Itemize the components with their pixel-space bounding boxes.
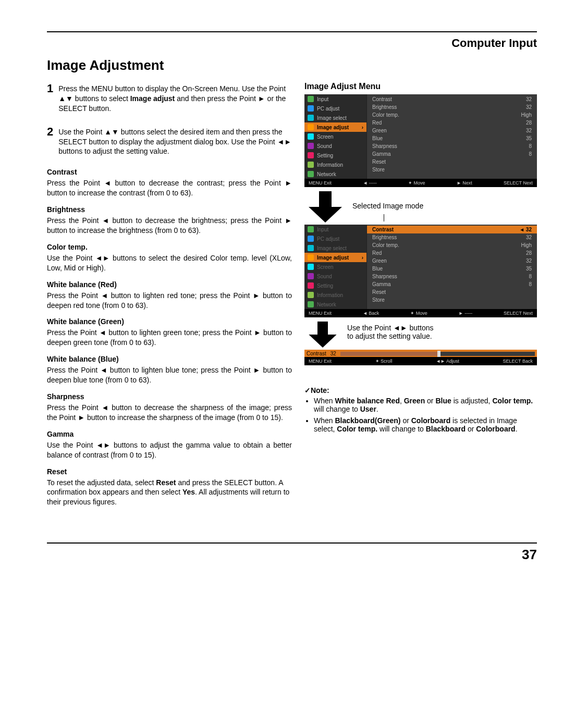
osd-property-row: Blue35	[367, 265, 537, 273]
property-value: 32	[526, 96, 532, 102]
osd-property-row: Green32	[367, 127, 537, 134]
menu-icon	[308, 162, 314, 168]
osd-menu-item: Image adjust›	[304, 253, 366, 262]
menu-label: Image select	[317, 245, 347, 251]
osd-menu-item: Network	[304, 300, 366, 309]
item-heading: Reset	[47, 467, 292, 476]
menu-label: Screen	[317, 264, 334, 270]
item-desc: Press the Point ◄ button to lighten red …	[47, 291, 292, 311]
osd-bar-hint: SELECT Next	[504, 311, 533, 316]
item-desc: Press the Point ◄ button to lighten blue…	[47, 365, 292, 385]
osd-bar-hint: MENU Exit	[309, 180, 332, 186]
menu-label: Input	[317, 227, 328, 232]
osd-screenshot-2: InputPC adjustImage selectImage adjust›S…	[304, 225, 537, 317]
chevron-icon: ›	[362, 125, 363, 130]
step-number: 1	[47, 82, 53, 118]
osd-menu-item: Image adjust›	[304, 122, 366, 132]
item-heading: Brightness	[47, 205, 292, 214]
property-key: Brightness	[372, 235, 397, 240]
item-heading: White balance (Green)	[47, 317, 292, 326]
menu-label: PC adjust	[317, 236, 339, 242]
menu-icon	[308, 171, 314, 177]
osd-menu-item: PC adjust	[304, 104, 366, 113]
item-heading: White balance (Red)	[47, 280, 292, 289]
item-heading: Sharpness	[47, 392, 292, 401]
osd-bar-hint: ► Next	[457, 180, 472, 186]
menu-icon	[308, 254, 314, 261]
item-desc: Use the Point ◄► buttons to select the d…	[47, 253, 292, 273]
menu-label: Image adjust	[317, 255, 349, 261]
osd-property-row: Green32	[367, 257, 537, 265]
property-value: 35	[526, 135, 532, 141]
notes-list: When White balance Red, Green or Blue is…	[304, 397, 537, 433]
slider-value: 32	[331, 351, 336, 356]
osd-property-row: Store	[367, 296, 537, 304]
osd-property-row: Brightness32	[367, 233, 537, 241]
property-value: 35	[526, 266, 532, 272]
property-value: 32	[526, 128, 532, 133]
item-desc: To reset the adjusted data, select Reset…	[47, 478, 292, 508]
instructions-column: 1Press the MENU button to display the On…	[47, 82, 292, 511]
illustration-column: Image Adjust Menu InputPC adjustImage se…	[304, 82, 537, 511]
osd-menu-item: Input	[304, 225, 366, 234]
property-value: 32	[526, 258, 532, 264]
image-adjust-menu-heading: Image Adjust Menu	[304, 82, 537, 91]
adjust-hint-caption: Use the Point ◄► buttons to adjust the s…	[347, 322, 441, 340]
osd-menu-item: Setting	[304, 151, 366, 160]
menu-icon	[308, 152, 314, 158]
menu-icon	[308, 133, 314, 140]
osd-property-row: Reset	[367, 158, 537, 166]
menu-icon	[308, 226, 314, 232]
osd-property-row: Reset	[367, 288, 537, 296]
osd-menu-item: Sound	[304, 272, 366, 281]
menu-icon	[308, 273, 314, 279]
osd-bar-hint: MENU Exit	[309, 311, 332, 316]
top-rule	[47, 31, 537, 32]
property-key: Store	[372, 167, 385, 172]
menu-label: Setting	[317, 153, 333, 158]
osd-menu-item: Network	[304, 169, 366, 179]
menu-icon	[308, 282, 314, 289]
note-heading: ✓Note:	[304, 386, 537, 394]
property-value: 28	[526, 250, 532, 256]
page-number: 37	[47, 547, 537, 563]
menu-icon	[308, 143, 314, 149]
osd-menu-item: Input	[304, 94, 366, 104]
property-value: 8	[529, 274, 532, 279]
step-text: Press the MENU button to display the On-…	[58, 84, 292, 114]
item-desc: Press the Point ◄ button to lighten gree…	[47, 328, 292, 348]
property-key: Gamma	[372, 151, 391, 157]
menu-label: Image adjust	[317, 125, 349, 130]
item-desc: Use the Point ◄► buttons to adjust the g…	[47, 440, 292, 460]
menu-label: Information	[317, 292, 343, 298]
menu-icon	[308, 264, 314, 270]
osd-bar-hint: SELECT Next	[504, 180, 533, 186]
arrow-down-icon	[304, 191, 346, 223]
property-value: 32	[526, 235, 532, 240]
osd-property-row: Red28	[367, 249, 537, 257]
menu-icon	[308, 236, 314, 242]
osd-bar-hint: SELECT Back	[503, 359, 533, 364]
arrow-down-icon	[304, 322, 341, 348]
chevron-icon: ›	[362, 255, 363, 261]
property-key: Sharpness	[372, 143, 397, 149]
step-2: 2Use the Point ▲▼ buttons select the des…	[47, 125, 292, 161]
osd-menu-item: Screen	[304, 262, 366, 272]
svg-marker-1	[309, 322, 336, 348]
property-value: 32	[526, 104, 532, 110]
property-value: High	[521, 112, 532, 118]
osd-menu-item: Information	[304, 290, 366, 300]
osd-menu-item: Information	[304, 160, 366, 169]
step-text: Use the Point ▲▼ buttons select the desi…	[58, 127, 292, 157]
menu-label: Input	[317, 96, 328, 102]
menu-label: PC adjust	[317, 106, 339, 112]
property-key: Green	[372, 128, 387, 133]
menu-icon	[308, 292, 314, 298]
osd-screenshot-1: InputPC adjustImage selectImage adjust›S…	[304, 94, 537, 187]
osd-property-row: Color temp.High	[367, 241, 537, 249]
property-key: Contrast	[372, 227, 394, 232]
menu-label: Sound	[317, 274, 332, 279]
note-item: When Blackboard(Green) or Colorboard is …	[314, 416, 537, 433]
item-heading: White balance (Blue)	[47, 355, 292, 363]
osd-property-row: Contrast◄ 32	[367, 226, 537, 233]
